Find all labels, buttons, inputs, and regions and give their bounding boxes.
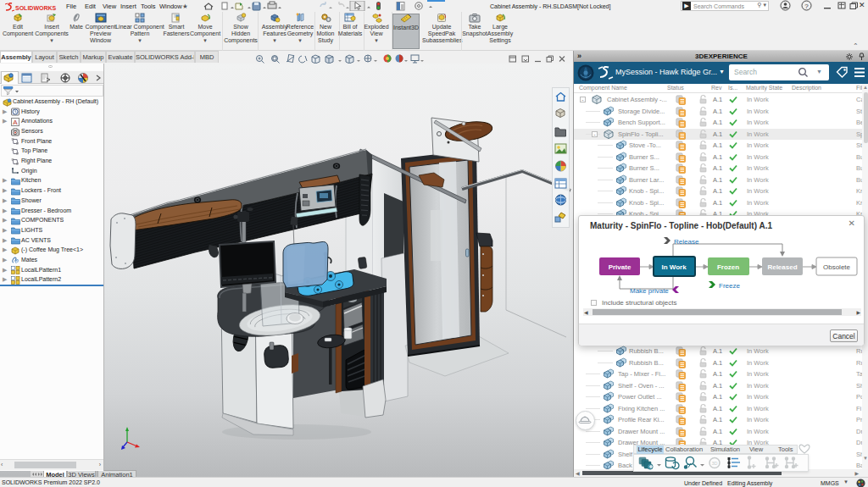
svg-text:Release: Release [674, 238, 699, 246]
svg-text:3D: 3D [711, 461, 717, 466]
svg-text:A: A [13, 119, 18, 126]
svg-text:Freeze: Freeze [719, 282, 740, 290]
svg-text:?: ? [804, 3, 809, 10]
svg-text:In Work: In Work [661, 263, 687, 271]
svg-text:Private: Private [609, 263, 632, 271]
svg-text:Obsolete: Obsolete [823, 263, 851, 271]
svg-text:Frozen: Frozen [717, 263, 739, 271]
svg-text:Released: Released [767, 263, 797, 271]
svg-text:Make private: Make private [630, 287, 669, 295]
